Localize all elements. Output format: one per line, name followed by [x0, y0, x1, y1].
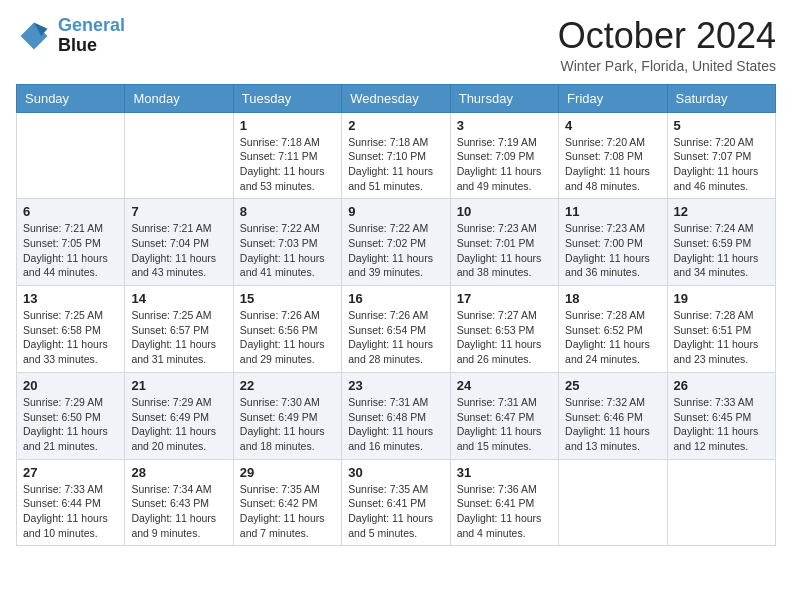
- day-number: 17: [457, 291, 552, 306]
- calendar-week-row: 1Sunrise: 7:18 AMSunset: 7:11 PMDaylight…: [17, 112, 776, 199]
- day-number: 13: [23, 291, 118, 306]
- day-number: 1: [240, 118, 335, 133]
- weekday-header-saturday: Saturday: [667, 84, 775, 112]
- day-number: 24: [457, 378, 552, 393]
- day-info: Sunrise: 7:18 AMSunset: 7:10 PMDaylight:…: [348, 135, 443, 194]
- logo-icon: [16, 18, 52, 54]
- calendar-cell: 8Sunrise: 7:22 AMSunset: 7:03 PMDaylight…: [233, 199, 341, 286]
- day-info: Sunrise: 7:18 AMSunset: 7:11 PMDaylight:…: [240, 135, 335, 194]
- weekday-header-row: SundayMondayTuesdayWednesdayThursdayFrid…: [17, 84, 776, 112]
- calendar-cell: 5Sunrise: 7:20 AMSunset: 7:07 PMDaylight…: [667, 112, 775, 199]
- calendar-cell: 3Sunrise: 7:19 AMSunset: 7:09 PMDaylight…: [450, 112, 558, 199]
- day-info: Sunrise: 7:34 AMSunset: 6:43 PMDaylight:…: [131, 482, 226, 541]
- calendar-cell: 23Sunrise: 7:31 AMSunset: 6:48 PMDayligh…: [342, 372, 450, 459]
- day-info: Sunrise: 7:33 AMSunset: 6:44 PMDaylight:…: [23, 482, 118, 541]
- day-info: Sunrise: 7:31 AMSunset: 6:47 PMDaylight:…: [457, 395, 552, 454]
- day-number: 26: [674, 378, 769, 393]
- day-info: Sunrise: 7:25 AMSunset: 6:58 PMDaylight:…: [23, 308, 118, 367]
- day-number: 8: [240, 204, 335, 219]
- month-title: October 2024: [558, 16, 776, 56]
- day-info: Sunrise: 7:35 AMSunset: 6:42 PMDaylight:…: [240, 482, 335, 541]
- day-number: 31: [457, 465, 552, 480]
- day-info: Sunrise: 7:19 AMSunset: 7:09 PMDaylight:…: [457, 135, 552, 194]
- day-info: Sunrise: 7:21 AMSunset: 7:05 PMDaylight:…: [23, 221, 118, 280]
- page-header: General Blue October 2024 Winter Park, F…: [16, 16, 776, 74]
- calendar-week-row: 20Sunrise: 7:29 AMSunset: 6:50 PMDayligh…: [17, 372, 776, 459]
- calendar-cell: [125, 112, 233, 199]
- calendar-cell: 30Sunrise: 7:35 AMSunset: 6:41 PMDayligh…: [342, 459, 450, 546]
- day-number: 19: [674, 291, 769, 306]
- calendar-cell: 7Sunrise: 7:21 AMSunset: 7:04 PMDaylight…: [125, 199, 233, 286]
- calendar-cell: 17Sunrise: 7:27 AMSunset: 6:53 PMDayligh…: [450, 286, 558, 373]
- day-number: 30: [348, 465, 443, 480]
- day-info: Sunrise: 7:30 AMSunset: 6:49 PMDaylight:…: [240, 395, 335, 454]
- calendar-cell: 11Sunrise: 7:23 AMSunset: 7:00 PMDayligh…: [559, 199, 667, 286]
- day-info: Sunrise: 7:23 AMSunset: 7:00 PMDaylight:…: [565, 221, 660, 280]
- location: Winter Park, Florida, United States: [558, 58, 776, 74]
- calendar-table: SundayMondayTuesdayWednesdayThursdayFrid…: [16, 84, 776, 547]
- calendar-cell: 29Sunrise: 7:35 AMSunset: 6:42 PMDayligh…: [233, 459, 341, 546]
- calendar-cell: 9Sunrise: 7:22 AMSunset: 7:02 PMDaylight…: [342, 199, 450, 286]
- calendar-cell: [667, 459, 775, 546]
- day-info: Sunrise: 7:20 AMSunset: 7:08 PMDaylight:…: [565, 135, 660, 194]
- calendar-cell: 18Sunrise: 7:28 AMSunset: 6:52 PMDayligh…: [559, 286, 667, 373]
- day-number: 10: [457, 204, 552, 219]
- day-info: Sunrise: 7:31 AMSunset: 6:48 PMDaylight:…: [348, 395, 443, 454]
- day-number: 28: [131, 465, 226, 480]
- day-info: Sunrise: 7:33 AMSunset: 6:45 PMDaylight:…: [674, 395, 769, 454]
- day-info: Sunrise: 7:35 AMSunset: 6:41 PMDaylight:…: [348, 482, 443, 541]
- calendar-cell: 2Sunrise: 7:18 AMSunset: 7:10 PMDaylight…: [342, 112, 450, 199]
- calendar-cell: 27Sunrise: 7:33 AMSunset: 6:44 PMDayligh…: [17, 459, 125, 546]
- calendar-cell: 6Sunrise: 7:21 AMSunset: 7:05 PMDaylight…: [17, 199, 125, 286]
- day-number: 14: [131, 291, 226, 306]
- calendar-cell: 21Sunrise: 7:29 AMSunset: 6:49 PMDayligh…: [125, 372, 233, 459]
- calendar-cell: 26Sunrise: 7:33 AMSunset: 6:45 PMDayligh…: [667, 372, 775, 459]
- calendar-cell: [17, 112, 125, 199]
- logo-text: General Blue: [58, 16, 125, 56]
- day-number: 5: [674, 118, 769, 133]
- day-number: 23: [348, 378, 443, 393]
- day-info: Sunrise: 7:26 AMSunset: 6:56 PMDaylight:…: [240, 308, 335, 367]
- day-number: 20: [23, 378, 118, 393]
- calendar-cell: 14Sunrise: 7:25 AMSunset: 6:57 PMDayligh…: [125, 286, 233, 373]
- day-info: Sunrise: 7:36 AMSunset: 6:41 PMDaylight:…: [457, 482, 552, 541]
- weekday-header-thursday: Thursday: [450, 84, 558, 112]
- logo: General Blue: [16, 16, 125, 56]
- calendar-cell: 16Sunrise: 7:26 AMSunset: 6:54 PMDayligh…: [342, 286, 450, 373]
- day-info: Sunrise: 7:32 AMSunset: 6:46 PMDaylight:…: [565, 395, 660, 454]
- day-info: Sunrise: 7:23 AMSunset: 7:01 PMDaylight:…: [457, 221, 552, 280]
- day-number: 18: [565, 291, 660, 306]
- calendar-cell: [559, 459, 667, 546]
- day-number: 9: [348, 204, 443, 219]
- calendar-cell: 24Sunrise: 7:31 AMSunset: 6:47 PMDayligh…: [450, 372, 558, 459]
- day-number: 16: [348, 291, 443, 306]
- calendar-week-row: 6Sunrise: 7:21 AMSunset: 7:05 PMDaylight…: [17, 199, 776, 286]
- day-number: 25: [565, 378, 660, 393]
- day-number: 7: [131, 204, 226, 219]
- calendar-cell: 20Sunrise: 7:29 AMSunset: 6:50 PMDayligh…: [17, 372, 125, 459]
- day-info: Sunrise: 7:28 AMSunset: 6:51 PMDaylight:…: [674, 308, 769, 367]
- day-number: 29: [240, 465, 335, 480]
- day-info: Sunrise: 7:22 AMSunset: 7:02 PMDaylight:…: [348, 221, 443, 280]
- day-number: 4: [565, 118, 660, 133]
- calendar-cell: 22Sunrise: 7:30 AMSunset: 6:49 PMDayligh…: [233, 372, 341, 459]
- day-info: Sunrise: 7:28 AMSunset: 6:52 PMDaylight:…: [565, 308, 660, 367]
- weekday-header-wednesday: Wednesday: [342, 84, 450, 112]
- calendar-cell: 13Sunrise: 7:25 AMSunset: 6:58 PMDayligh…: [17, 286, 125, 373]
- calendar-cell: 19Sunrise: 7:28 AMSunset: 6:51 PMDayligh…: [667, 286, 775, 373]
- day-number: 27: [23, 465, 118, 480]
- weekday-header-friday: Friday: [559, 84, 667, 112]
- day-number: 11: [565, 204, 660, 219]
- day-number: 12: [674, 204, 769, 219]
- day-number: 15: [240, 291, 335, 306]
- day-number: 3: [457, 118, 552, 133]
- calendar-cell: 31Sunrise: 7:36 AMSunset: 6:41 PMDayligh…: [450, 459, 558, 546]
- day-number: 2: [348, 118, 443, 133]
- day-info: Sunrise: 7:22 AMSunset: 7:03 PMDaylight:…: [240, 221, 335, 280]
- day-info: Sunrise: 7:21 AMSunset: 7:04 PMDaylight:…: [131, 221, 226, 280]
- day-info: Sunrise: 7:29 AMSunset: 6:50 PMDaylight:…: [23, 395, 118, 454]
- calendar-cell: 1Sunrise: 7:18 AMSunset: 7:11 PMDaylight…: [233, 112, 341, 199]
- day-info: Sunrise: 7:25 AMSunset: 6:57 PMDaylight:…: [131, 308, 226, 367]
- calendar-cell: 28Sunrise: 7:34 AMSunset: 6:43 PMDayligh…: [125, 459, 233, 546]
- day-info: Sunrise: 7:27 AMSunset: 6:53 PMDaylight:…: [457, 308, 552, 367]
